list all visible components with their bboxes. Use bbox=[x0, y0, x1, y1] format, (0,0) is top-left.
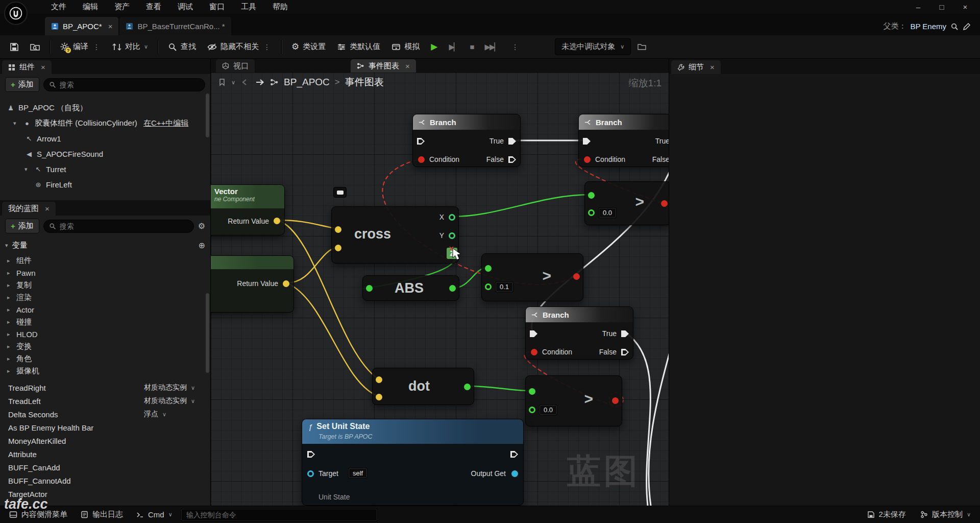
input-a-pin[interactable] bbox=[485, 265, 492, 272]
greater-node-middle[interactable]: 0.1 > bbox=[481, 253, 583, 301]
false-exec-pin[interactable] bbox=[508, 156, 516, 163]
chevron-down-icon[interactable]: ∨ bbox=[191, 385, 195, 391]
components-search-input[interactable] bbox=[60, 81, 200, 89]
vector-a-pin[interactable] bbox=[376, 376, 382, 383]
unreal-engine-logo-icon[interactable] bbox=[4, 2, 28, 25]
chevron-down-icon[interactable]: ∨ bbox=[162, 411, 166, 418]
component-tree-item[interactable]: ▾ ● 胶囊体组件 (CollisionCylinder) 在C++中编辑 bbox=[0, 115, 210, 131]
condition-pin[interactable] bbox=[418, 156, 425, 163]
component-tree-item[interactable]: ▾ ↖ Turret bbox=[0, 161, 210, 177]
component-tree-item[interactable]: ↖ Arrow1 bbox=[0, 131, 210, 146]
greater-node-bottom[interactable]: 0.0 > bbox=[525, 375, 622, 426]
menu-item[interactable]: 资产 bbox=[107, 1, 137, 13]
event-graph-canvas[interactable]: ∨ BP_APOC > 事件图表 缩放1:1 蓝图 bbox=[211, 73, 669, 506]
input-a-pin[interactable] bbox=[588, 192, 595, 199]
components-search[interactable] bbox=[43, 78, 205, 91]
return-value-pin[interactable] bbox=[283, 280, 289, 287]
branch-node-3[interactable]: Branch True Condition False bbox=[525, 306, 633, 360]
play-button[interactable]: ▶ bbox=[426, 38, 442, 56]
variable-category-row[interactable]: ▸ 变换 bbox=[0, 340, 210, 352]
add-component-button[interactable]: +添加 bbox=[5, 77, 39, 92]
variable-category-row[interactable]: ▸ Pawn bbox=[0, 267, 210, 279]
output-pin[interactable] bbox=[449, 285, 456, 292]
debug-object-dropdown[interactable]: 未选中调试对象 ∨ bbox=[555, 38, 631, 55]
input-pin[interactable] bbox=[366, 285, 373, 292]
browse-asset-button[interactable] bbox=[26, 39, 44, 55]
branch-node-2[interactable]: Branch True Condition False bbox=[578, 114, 669, 167]
source-control-button[interactable]: 版本控制 ∨ bbox=[915, 507, 976, 522]
x-output-pin[interactable] bbox=[449, 214, 455, 221]
variable-category-row[interactable]: ▸ 碰撞 bbox=[0, 316, 210, 328]
diff-button[interactable]: 对比 ∨ bbox=[108, 38, 153, 55]
false-exec-pin[interactable] bbox=[621, 349, 629, 355]
unsaved-assets-button[interactable]: 2未保存 bbox=[862, 507, 911, 522]
true-exec-pin[interactable] bbox=[508, 138, 516, 145]
variable-category-row[interactable]: ▸ 组件 bbox=[0, 254, 210, 267]
simulate-button[interactable]: 模拟 bbox=[387, 38, 424, 55]
tab-details[interactable]: 细节 × bbox=[671, 60, 721, 74]
cmd-dropdown[interactable]: Cmd ∨ bbox=[131, 508, 178, 521]
component-tree-item[interactable]: ⊛ FireLeft bbox=[0, 177, 210, 192]
console-command-input[interactable] bbox=[181, 508, 378, 521]
tab-components[interactable]: 组件 × bbox=[2, 60, 52, 74]
forward-arrow-icon[interactable] bbox=[255, 78, 265, 86]
z-output-highlight[interactable]: Z bbox=[447, 248, 457, 259]
target-self-field[interactable]: self bbox=[348, 468, 368, 479]
close-button[interactable]: × bbox=[953, 0, 977, 14]
bookmark-icon[interactable] bbox=[218, 78, 226, 86]
y-output-pin[interactable] bbox=[449, 232, 455, 239]
input-a-pin[interactable] bbox=[529, 388, 535, 395]
variable-category-row[interactable]: ▸ HLOD bbox=[0, 328, 210, 340]
variable-category-row[interactable]: ▸ Actor bbox=[0, 303, 210, 316]
asset-tab-bp-apoc[interactable]: BP_APOC* × bbox=[45, 17, 118, 35]
tab-close-icon[interactable]: × bbox=[108, 22, 113, 31]
add-variable-icon[interactable]: ⊕ bbox=[199, 241, 205, 250]
component-tree-item[interactable]: ♟ BP_APOC （自我） bbox=[0, 100, 210, 115]
asset-tab-bp-baseturret[interactable]: BP_BaseTurretCanRo... * bbox=[119, 17, 231, 35]
vector-a-pin[interactable] bbox=[335, 226, 341, 233]
back-arrow-icon[interactable] bbox=[240, 78, 250, 86]
variable-category-row[interactable]: ▸ 复制 bbox=[0, 279, 210, 291]
menu-item[interactable]: 查看 bbox=[139, 1, 168, 13]
input-b-pin[interactable] bbox=[529, 407, 535, 413]
tab-viewport[interactable]: 视口 bbox=[216, 59, 255, 73]
vector-b-pin[interactable] bbox=[376, 394, 382, 400]
cross-product-node[interactable]: cross X Y Z bbox=[331, 206, 459, 264]
menu-item[interactable]: 调试 bbox=[170, 1, 200, 13]
output-get-pin[interactable] bbox=[511, 470, 518, 477]
breadcrumb-root[interactable]: BP_APOC bbox=[284, 77, 330, 88]
condition-pin[interactable] bbox=[531, 349, 537, 355]
variable-category-row[interactable]: ▸ 渲染 bbox=[0, 291, 210, 303]
hide-unrelated-button[interactable]: 隐藏不相关 ⋮ bbox=[203, 38, 276, 55]
add-blueprint-member-button[interactable]: +添加 bbox=[5, 219, 39, 233]
components-scrollbar[interactable] bbox=[206, 93, 209, 137]
dot-product-node[interactable]: dot bbox=[372, 368, 474, 405]
menu-item[interactable]: 编辑 bbox=[76, 1, 105, 13]
exec-in-pin[interactable] bbox=[417, 138, 425, 145]
value-field[interactable]: 0.0 bbox=[539, 405, 557, 415]
class-settings-button[interactable]: ⚙ 类设置 bbox=[287, 38, 330, 56]
return-value-pin[interactable] bbox=[274, 218, 280, 224]
save-button[interactable] bbox=[5, 39, 23, 55]
close-panel-icon[interactable]: × bbox=[710, 63, 715, 72]
parent-class-link[interactable]: BP Enemy bbox=[910, 22, 946, 31]
output-pin[interactable] bbox=[464, 384, 471, 390]
compile-options-icon[interactable]: ⋮ bbox=[92, 43, 101, 51]
set-unit-state-node[interactable]: ƒ Set Unit State Target is BP APOC Targe… bbox=[302, 419, 524, 506]
variable-category-row[interactable]: ▸ 角色 bbox=[0, 352, 210, 365]
close-panel-icon[interactable]: × bbox=[45, 204, 50, 213]
frame-step-button[interactable]: ▶▏ bbox=[444, 39, 463, 55]
variable-row[interactable]: TreadLeft 材质动态实例 ∨ bbox=[0, 394, 210, 408]
value-field[interactable]: 0.1 bbox=[495, 281, 513, 292]
output-log-button[interactable]: 输出日志 bbox=[76, 507, 128, 522]
expander-icon[interactable]: ▾ bbox=[13, 120, 19, 127]
skip-button[interactable]: ▶▶▏ bbox=[480, 39, 504, 55]
exec-in-pin[interactable] bbox=[307, 451, 315, 458]
find-button[interactable]: 查找 bbox=[163, 38, 201, 55]
filter-gear-icon[interactable]: ⚙ bbox=[198, 221, 205, 231]
variable-row[interactable]: BUFF_CanAdd ∨ bbox=[0, 461, 210, 474]
get-vector-node[interactable]: Vector ne Component Return Value bbox=[211, 184, 285, 235]
variables-section-header[interactable]: ▾ 变量 ⊕ bbox=[0, 236, 210, 254]
tab-event-graph[interactable]: 事件图表 × bbox=[351, 59, 416, 73]
expander-icon[interactable]: ▾ bbox=[24, 166, 31, 173]
